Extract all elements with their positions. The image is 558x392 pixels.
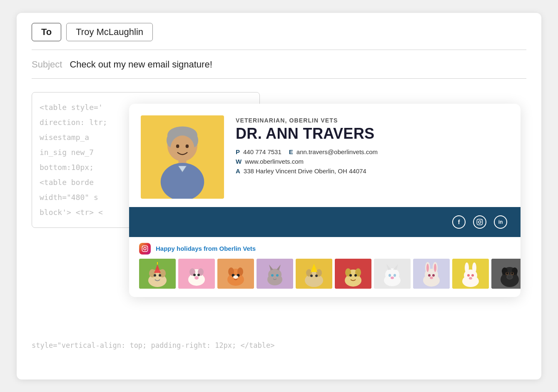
svg-point-47 [276, 274, 279, 277]
pet-photo-5 [296, 259, 332, 289]
pet-photo-1 [139, 259, 176, 289]
signature-name: DR. ANN TRAVERS [236, 125, 508, 142]
pet-photo-8 [413, 259, 450, 289]
svg-point-7 [186, 145, 189, 148]
person-illustration [143, 117, 222, 199]
svg-point-5 [171, 135, 194, 161]
signature-info: VETERINARIAN, OBERLIN VETS DR. ANN TRAVE… [236, 115, 508, 175]
pet-photo-10 [491, 259, 521, 289]
svg-point-53 [310, 275, 313, 277]
svg-point-43 [268, 269, 281, 280]
contact-row-2: W www.oberlinvets.com [236, 158, 508, 165]
svg-point-99 [508, 275, 512, 279]
svg-point-76 [426, 264, 429, 272]
pet-photo-7 [374, 259, 411, 289]
svg-point-78 [428, 274, 431, 277]
svg-point-54 [315, 275, 318, 277]
facebook-icon[interactable]: f [452, 215, 466, 229]
svg-point-6 [176, 145, 179, 148]
address-item: A 338 Harley Vincent Drive Oberlin, OH 4… [236, 167, 366, 175]
pet-photo-4 [257, 259, 293, 289]
address-key: A [236, 167, 240, 175]
svg-point-70 [391, 277, 394, 279]
svg-point-79 [432, 274, 435, 277]
phone-item: P 440 774 7531 [236, 148, 281, 155]
signature-title: VETERINARIAN, OBERLIN VETS [236, 117, 508, 124]
svg-point-22 [159, 274, 161, 277]
signature-top-section: VETERINARIAN, OBERLIN VETS DR. ANN TRAVE… [129, 104, 521, 207]
signature-card: VETERINARIAN, OBERLIN VETS DR. ANN TRAVE… [129, 104, 521, 297]
pet-photos-strip [129, 259, 521, 297]
svg-point-68 [389, 274, 391, 277]
bottom-code-text: style="vertical-align: top; padding-righ… [32, 341, 274, 350]
svg-point-40 [233, 275, 238, 279]
address-value: 338 Harley Vincent Drive Oberlin, OH 440… [244, 167, 366, 175]
svg-point-86 [467, 274, 470, 277]
email-header: To Troy McLaughlin Subject Check out my … [17, 13, 541, 79]
svg-point-77 [434, 264, 436, 272]
to-row: To Troy McLaughlin [32, 23, 526, 50]
recipient-chip[interactable]: Troy McLaughlin [66, 23, 153, 41]
svg-point-69 [394, 274, 396, 277]
svg-point-84 [465, 262, 469, 273]
instagram-icon[interactable] [473, 215, 486, 229]
svg-point-21 [154, 274, 156, 277]
svg-rect-10 [477, 219, 482, 225]
subject-text: Check out my new email signature! [70, 59, 212, 70]
svg-point-80 [430, 277, 433, 279]
subject-row: Subject Check out my new email signature… [32, 50, 526, 79]
email-item: E ann.travers@oberlinvets.com [289, 148, 378, 155]
pet-photo-3 [217, 259, 254, 289]
svg-point-87 [471, 274, 474, 277]
svg-point-30 [193, 274, 196, 276]
pet-photo-9 [452, 259, 489, 289]
svg-point-62 [354, 274, 357, 277]
web-key: W [236, 158, 242, 165]
svg-point-46 [271, 274, 274, 277]
svg-point-61 [349, 274, 352, 277]
promo-text: Happy holidays from Oberlin Vets [156, 245, 256, 252]
svg-point-32 [194, 276, 199, 280]
web-value: www.oberlinvets.com [245, 158, 304, 165]
svg-point-15 [146, 247, 147, 247]
email-value: ann.travers@oberlinvets.com [296, 148, 378, 155]
svg-point-85 [472, 262, 476, 273]
contact-row-3: A 338 Harley Vincent Drive Oberlin, OH 4… [236, 167, 508, 175]
svg-point-12 [481, 220, 481, 221]
subject-label: Subject [32, 59, 62, 70]
pet-photo-6 [335, 259, 371, 289]
pet-photo-2 [178, 259, 215, 289]
promo-instagram-icon [139, 243, 151, 255]
email-compose-window: To Troy McLaughlin Subject Check out my … [17, 13, 541, 380]
signature-contact: P 440 774 7531 E ann.travers@oberlinvets… [236, 148, 508, 175]
signature-photo [141, 115, 224, 199]
linkedin-icon[interactable]: in [494, 215, 507, 229]
svg-point-88 [469, 277, 472, 280]
email-key: E [289, 148, 293, 155]
svg-point-11 [478, 221, 481, 223]
svg-point-96 [506, 272, 508, 274]
phone-value: 440 774 7531 [243, 148, 281, 155]
contact-row-1: P 440 774 7531 E ann.travers@oberlinvets… [236, 148, 508, 155]
web-item: W www.oberlinvets.com [236, 158, 304, 165]
svg-point-97 [511, 272, 513, 274]
signature-promo: Happy holidays from Oberlin Vets [129, 237, 521, 259]
svg-rect-13 [142, 246, 147, 251]
email-body: <table style=' direction: ltr; wisestamp… [17, 79, 541, 362]
phone-key: P [236, 148, 240, 155]
to-label: To [32, 23, 61, 41]
signature-banner: f in [129, 207, 521, 237]
svg-point-14 [144, 247, 146, 250]
svg-point-31 [197, 274, 200, 276]
